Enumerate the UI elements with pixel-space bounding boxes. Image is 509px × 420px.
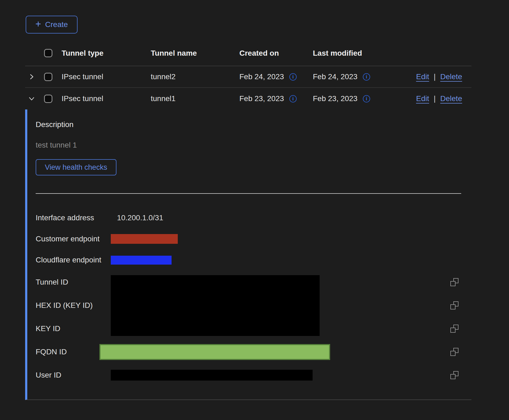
select-all-checkbox[interactable]	[44, 49, 52, 57]
view-health-checks-button[interactable]: View health checks	[36, 159, 116, 175]
tunnel-type-cell: IPsec tunnel	[62, 94, 151, 103]
create-button-label: Create	[45, 20, 68, 29]
info-icon[interactable]: i	[289, 73, 297, 81]
customer-endpoint-row: Customer endpoint	[36, 228, 471, 249]
tunnel-name-cell: tunnel1	[151, 94, 239, 103]
id-values-redacted-block	[111, 275, 320, 336]
copy-icon[interactable]	[450, 371, 458, 379]
cloudflare-endpoint-label: Cloudflare endpoint	[36, 256, 111, 264]
copy-icon[interactable]	[450, 301, 458, 309]
hex-id-label: HEX ID (KEY ID)	[36, 294, 111, 317]
table-header-row: Tunnel type Tunnel name Created on Last …	[25, 41, 471, 66]
row-checkbox[interactable]	[44, 73, 52, 81]
expand-row-button[interactable]	[28, 74, 35, 80]
link-separator: |	[434, 72, 436, 81]
expanded-tunnel-details: Description test tunnel 1 View health ch…	[25, 109, 471, 400]
header-tunnel-name: Tunnel name	[151, 49, 239, 58]
interface-address-value: 10.200.1.0/31	[111, 214, 163, 222]
chevron-right-icon	[28, 74, 35, 80]
user-id-redacted-value	[111, 370, 313, 381]
tunnel-type-cell: IPsec tunnel	[62, 72, 151, 81]
cloudflare-endpoint-row: Cloudflare endpoint	[36, 249, 471, 271]
header-checkbox-cell	[41, 49, 62, 57]
section-divider	[36, 193, 461, 194]
delete-link[interactable]: Delete	[440, 94, 462, 103]
link-separator: |	[434, 94, 436, 103]
description-label: Description	[36, 120, 471, 129]
collapse-row-button[interactable]	[28, 95, 35, 102]
table-row-tunnel1: IPsec tunnel tunnel1 Feb 23, 2023 i Feb …	[25, 88, 471, 109]
info-icon[interactable]: i	[363, 73, 370, 81]
description-value: test tunnel 1	[36, 141, 471, 149]
copy-icon[interactable]	[450, 348, 458, 356]
tunnel-name-cell: tunnel2	[151, 72, 239, 81]
header-created-on: Created on	[239, 49, 313, 58]
info-icon[interactable]: i	[363, 95, 370, 102]
created-on-value: Feb 23, 2023	[239, 94, 284, 103]
tunnel-detail-fields: Interface address 10.200.1.0/31 Customer…	[36, 207, 471, 387]
header-last-modified: Last modified	[313, 49, 416, 58]
customer-endpoint-redacted-value	[111, 234, 178, 244]
user-id-label: User ID	[36, 371, 111, 379]
created-on-value: Feb 24, 2023	[239, 72, 284, 81]
edit-link[interactable]: Edit	[416, 94, 429, 103]
delete-link[interactable]: Delete	[440, 72, 462, 81]
fqdn-id-redacted-value	[99, 344, 330, 360]
fqdn-id-row: FQDN ID	[36, 340, 471, 364]
copy-icon[interactable]	[450, 325, 458, 333]
tunnels-table: Tunnel type Tunnel name Created on Last …	[25, 41, 471, 109]
id-fields-group: Tunnel ID HEX ID (KEY ID) KEY ID	[36, 271, 471, 340]
interface-address-label: Interface address	[36, 214, 111, 222]
header-tunnel-type: Tunnel type	[62, 49, 151, 58]
interface-address-row: Interface address 10.200.1.0/31	[36, 207, 471, 228]
table-row-tunnel2: IPsec tunnel tunnel2 Feb 24, 2023 i Feb …	[25, 66, 471, 88]
customer-endpoint-label: Customer endpoint	[36, 235, 111, 243]
row-checkbox[interactable]	[44, 95, 52, 103]
chevron-down-icon	[28, 95, 35, 102]
user-id-row: User ID	[36, 364, 471, 387]
create-button[interactable]: + Create	[26, 16, 78, 34]
cloudflare-endpoint-redacted-value	[111, 256, 172, 265]
copy-icon[interactable]	[450, 278, 458, 286]
tunnel-id-label: Tunnel ID	[36, 271, 111, 294]
plus-icon: +	[35, 19, 41, 29]
edit-link[interactable]: Edit	[416, 72, 429, 81]
last-modified-value: Feb 24, 2023	[313, 72, 357, 81]
key-id-label: KEY ID	[36, 317, 111, 340]
last-modified-value: Feb 23, 2023	[313, 94, 357, 103]
info-icon[interactable]: i	[289, 95, 297, 102]
ipsec-tunnels-page: + Create Tunnel type Tunnel name Created…	[0, 0, 509, 420]
